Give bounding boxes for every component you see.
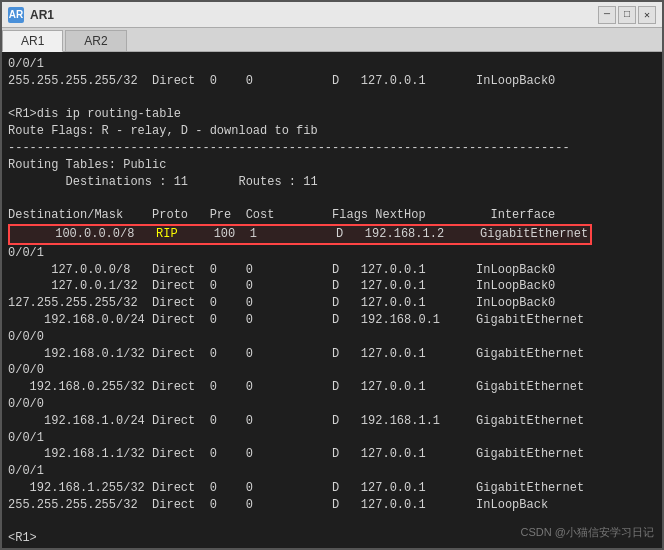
title-bar-left: AR AR1 bbox=[8, 7, 54, 23]
tab-ar2[interactable]: AR2 bbox=[65, 30, 126, 51]
line-22: 192.168.1.0/24 Direct 0 0 D 192.168.1.1 … bbox=[8, 413, 656, 430]
line-18: 192.168.0.1/32 Direct 0 0 D 127.0.0.1 Gi… bbox=[8, 346, 656, 363]
line-header: Destination/Mask Proto Pre Cost Flags Ne… bbox=[8, 207, 656, 224]
line-9 bbox=[8, 190, 656, 207]
rip-proto: RIP bbox=[156, 227, 178, 241]
line-7: Routing Tables: Public bbox=[8, 157, 656, 174]
line-12: 0/0/1 bbox=[8, 245, 656, 262]
window-controls: ─ □ ✕ bbox=[598, 6, 656, 24]
line-27: 255.255.255.255/32 Direct 0 0 D 127.0.0.… bbox=[8, 497, 656, 514]
line-5: Route Flags: R - relay, D - download to … bbox=[8, 123, 656, 140]
line-6: ----------------------------------------… bbox=[8, 140, 656, 157]
line-2: 255.255.255.255/32 Direct 0 0 D 127.0.0.… bbox=[8, 73, 656, 90]
rip-route-row: 100.0.0.0/8 RIP 100 1 D 192.168.1.2 Giga… bbox=[8, 224, 592, 245]
line-13: 127.0.0.0/8 Direct 0 0 D 127.0.0.1 InLoo… bbox=[8, 262, 656, 279]
line-17: 0/0/0 bbox=[8, 329, 656, 346]
line-16: 192.168.0.0/24 Direct 0 0 D 192.168.0.1 … bbox=[8, 312, 656, 329]
line-23: 0/0/1 bbox=[8, 430, 656, 447]
line-15: 127.255.255.255/32 Direct 0 0 D 127.0.0.… bbox=[8, 295, 656, 312]
line-24: 192.168.1.1/32 Direct 0 0 D 127.0.0.1 Gi… bbox=[8, 446, 656, 463]
terminal-content: 0/0/1 255.255.255.255/32 Direct 0 0 D 12… bbox=[8, 56, 656, 544]
line-4: <R1>dis ip routing-table bbox=[8, 106, 656, 123]
line-1: 0/0/1 bbox=[8, 56, 656, 73]
tab-ar1[interactable]: AR1 bbox=[2, 30, 63, 52]
line-19: 0/0/0 bbox=[8, 362, 656, 379]
terminal-area[interactable]: 0/0/1 255.255.255.255/32 Direct 0 0 D 12… bbox=[2, 52, 662, 548]
minimize-button[interactable]: ─ bbox=[598, 6, 616, 24]
line-highlighted: 100.0.0.0/8 RIP 100 1 D 192.168.1.2 Giga… bbox=[8, 224, 656, 245]
line-14: 127.0.0.1/32 Direct 0 0 D 127.0.0.1 InLo… bbox=[8, 278, 656, 295]
line-3 bbox=[8, 90, 656, 107]
window-title: AR1 bbox=[30, 8, 54, 22]
line-20: 192.168.0.255/32 Direct 0 0 D 127.0.0.1 … bbox=[8, 379, 656, 396]
tab-bar: AR1 AR2 bbox=[2, 28, 662, 52]
title-bar: AR AR1 ─ □ ✕ bbox=[2, 2, 662, 28]
line-25: 0/0/1 bbox=[8, 463, 656, 480]
watermark: CSDN @小猫信安学习日记 bbox=[521, 525, 654, 540]
close-button[interactable]: ✕ bbox=[638, 6, 656, 24]
maximize-button[interactable]: □ bbox=[618, 6, 636, 24]
line-26: 192.168.1.255/32 Direct 0 0 D 127.0.0.1 … bbox=[8, 480, 656, 497]
line-8: Destinations : 11 Routes : 11 bbox=[8, 174, 656, 191]
line-21: 0/0/0 bbox=[8, 396, 656, 413]
app-icon: AR bbox=[8, 7, 24, 23]
main-window: AR AR1 ─ □ ✕ AR1 AR2 0/0/1 255.255.255.2… bbox=[0, 0, 664, 550]
